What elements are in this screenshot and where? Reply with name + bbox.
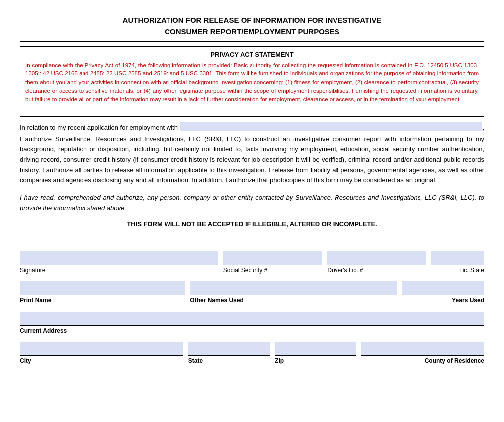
form-row-3: Current Address [20,312,484,334]
ssn-input[interactable] [223,251,322,265]
lic-state-label: Lic. State [431,267,484,274]
print-name-field: Print Name [20,281,185,304]
state-field: State [188,342,270,364]
print-name-input[interactable] [20,281,185,295]
city-field: City [20,342,183,364]
dl-label: Driver's Lic. # [327,267,426,274]
other-names-input[interactable] [190,281,396,295]
form-row-2: Print Name Other Names Used Years Used [20,281,484,304]
current-address-field: Current Address [20,312,484,334]
read-paragraph: I have read, comprehended and authorize,… [20,193,484,213]
signature-input[interactable] [20,251,218,265]
print-name-label: Print Name [20,297,185,304]
ssn-label: Social Security # [223,267,322,274]
years-used-label: Years Used [402,297,484,304]
employer-input[interactable] [180,122,482,131]
other-names-label: Other Names Used [190,297,396,304]
employment-line: In relation to my recent application for… [20,122,484,131]
dl-field: Driver's Lic. # [327,251,426,274]
page-title: AUTHORIZATION FOR RELEASE OF INFORMATION… [20,15,484,37]
ssn-field: Social Security # [223,251,322,274]
warning-text: THIS FORM WILL NOT BE ACCEPTED IF ILLEGI… [20,220,484,228]
employment-intro-text: In relation to my recent application for… [20,124,178,131]
signature-field: Signature [20,251,218,274]
signature-label: Signature [20,267,218,274]
lic-state-input[interactable] [431,251,484,265]
privacy-text: In compliance with the Privacy Act of 19… [25,61,479,104]
zip-field: Zip [275,342,356,364]
title-divider [20,41,484,42]
current-address-input[interactable] [20,312,484,326]
main-content: In relation to my recent application for… [20,116,484,243]
authorization-paragraph: I authorize Surveillance, Resources and … [20,134,484,186]
county-input[interactable] [361,342,484,356]
years-used-input[interactable] [402,281,484,295]
city-input[interactable] [20,342,183,356]
dl-input[interactable] [327,251,426,265]
form-row-4: City State Zip County of Residence [20,342,484,364]
state-label: State [188,357,270,364]
privacy-section: PRIVACY ACT STATEMENT In compliance with… [20,46,484,108]
zip-label: Zip [275,357,356,364]
years-used-field: Years Used [402,281,484,304]
county-field: County of Residence [361,342,484,364]
form-row-1: Signature Social Security # Driver's Lic… [20,251,484,274]
state-input[interactable] [188,342,270,356]
county-label: County of Residence [361,357,484,364]
privacy-title: PRIVACY ACT STATEMENT [25,51,479,58]
other-names-field: Other Names Used [190,281,396,304]
current-address-label: Current Address [20,327,484,334]
zip-input[interactable] [275,342,356,356]
comma-text: , [482,124,484,131]
lic-state-field: Lic. State [431,251,484,274]
city-label: City [20,357,183,364]
